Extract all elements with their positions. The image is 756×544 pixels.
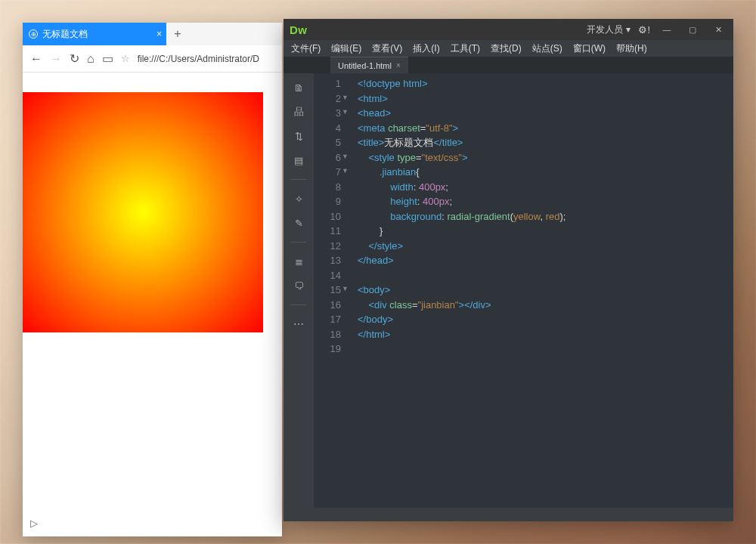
code-line[interactable]: </body>	[358, 312, 733, 327]
line-number: 11	[314, 224, 341, 239]
code-line[interactable]: <head>	[358, 106, 733, 121]
workspace-label: 开发人员	[587, 23, 623, 36]
code-line[interactable]: background: radial-gradient(yellow, red)…	[358, 209, 733, 224]
line-number: 19	[314, 342, 341, 357]
code-line[interactable]: <meta charset="utf-8">	[358, 121, 733, 136]
menu-item[interactable]: 查看(V)	[372, 42, 402, 55]
browser-tabstrip: ⊕ 无标题文档 × +	[23, 23, 282, 45]
close-icon[interactable]: ×	[396, 61, 401, 70]
menu-item[interactable]: 查找(D)	[491, 42, 522, 55]
code-line[interactable]: <title>无标题文档</title>	[358, 135, 733, 150]
page-icon[interactable]: ▤	[292, 153, 305, 167]
line-number: 3▼	[314, 106, 341, 121]
stack-icon[interactable]: ≣	[292, 255, 305, 268]
line-number: 17	[314, 312, 341, 327]
browser-window: ⊕ 无标题文档 × + ← → ↻ ⌂ ▭ ☆ file:///C:/Users…	[23, 23, 282, 536]
forward-button[interactable]: →	[50, 52, 62, 66]
gear-icon[interactable]: ⚙!	[638, 24, 650, 36]
document-tab[interactable]: Untitled-1.html ×	[330, 57, 408, 73]
line-number: 5	[314, 135, 341, 150]
dw-logo: Dw	[290, 23, 308, 36]
code-editor[interactable]: 12▼3▼456▼7▼89101112131415▼16171819 <!doc…	[314, 73, 733, 508]
menu-item[interactable]: 工具(T)	[451, 42, 480, 55]
dw-side-toolbar: 🗎 品 ⇅ ▤ ✧ ✎ ≣ 🗨 ⋯	[284, 73, 314, 508]
line-gutter: 12▼3▼456▼7▼89101112131415▼16171819	[314, 73, 347, 508]
menu-item[interactable]: 窗口(W)	[573, 42, 606, 55]
minimize-button[interactable]: —	[658, 25, 676, 34]
line-number: 18	[314, 327, 341, 342]
code-line[interactable]: width: 400px;	[358, 180, 733, 195]
browser-tab-active[interactable]: ⊕ 无标题文档 ×	[23, 23, 166, 45]
fold-icon[interactable]: ▼	[342, 284, 349, 295]
fold-icon[interactable]: ▼	[342, 93, 349, 104]
separator	[290, 179, 307, 180]
dw-titlebar: Dw 开发人员 ▾ ⚙! — ▢ ✕	[284, 19, 733, 40]
new-tab-button[interactable]: +	[166, 23, 189, 45]
fold-icon[interactable]: ▼	[342, 152, 349, 162]
line-number: 7▼	[314, 165, 341, 180]
separator	[290, 242, 307, 243]
code-line[interactable]: <!doctype html>	[358, 76, 733, 91]
comment-icon[interactable]: 🗨	[292, 279, 305, 292]
code-line[interactable]: <html>	[358, 91, 733, 107]
dw-document-tabs: Untitled-1.html ×	[284, 57, 733, 73]
dw-menubar: 文件(F)编辑(E)查看(V)插入(I)工具(T)查找(D)站点(S)窗口(W)…	[284, 40, 733, 57]
wand-icon[interactable]: ✧	[292, 192, 305, 206]
reload-button[interactable]: ↻	[70, 51, 79, 66]
fold-icon[interactable]: ▼	[342, 166, 349, 177]
dw-statusbar	[284, 508, 733, 521]
back-button[interactable]: ←	[30, 52, 42, 66]
browser-viewport: ▷	[23, 73, 282, 536]
reader-icon[interactable]: ▭	[102, 51, 113, 66]
home-button[interactable]: ⌂	[87, 52, 94, 66]
gear-badge: !	[647, 24, 650, 36]
code-line[interactable]: .jianbian{	[358, 165, 733, 180]
menu-item[interactable]: 文件(F)	[291, 42, 321, 55]
address-bar[interactable]: file:///C:/Users/Administrator/D	[138, 54, 274, 64]
browser-foot-glyph[interactable]: ▷	[30, 518, 38, 529]
code-line[interactable]: </head>	[358, 253, 733, 268]
workspace-dropdown[interactable]: 开发人员 ▾	[587, 23, 631, 36]
dw-body: 🗎 品 ⇅ ▤ ✧ ✎ ≣ 🗨 ⋯ 12▼3▼456▼7▼89101112131…	[284, 73, 733, 508]
code-line[interactable]: </style>	[358, 239, 733, 254]
menu-item[interactable]: 插入(I)	[413, 42, 439, 55]
path-icon[interactable]: ✎	[292, 216, 305, 230]
code-line[interactable]: <body>	[358, 283, 733, 298]
line-number: 2▼	[314, 91, 341, 107]
code-area[interactable]: <!doctype html><html><head><meta charset…	[347, 73, 733, 508]
line-number: 9	[314, 194, 341, 209]
adjust-icon[interactable]: ⇅	[292, 129, 305, 143]
star-icon[interactable]: ☆	[121, 53, 130, 64]
page-icon: ⊕	[29, 29, 38, 39]
chevron-down-icon: ▾	[626, 24, 631, 35]
dreamweaver-window: Dw 开发人员 ▾ ⚙! — ▢ ✕ 文件(F)编辑(E)查看(V)插入(I)工…	[284, 19, 733, 521]
fold-icon[interactable]: ▼	[342, 107, 349, 118]
hierarchy-icon[interactable]: 品	[292, 105, 305, 119]
line-number: 16	[314, 298, 341, 313]
more-icon[interactable]: ⋯	[292, 317, 305, 331]
close-icon[interactable]: ×	[156, 29, 162, 39]
line-number: 1	[314, 76, 341, 91]
line-number: 15▼	[314, 283, 341, 298]
menu-item[interactable]: 编辑(E)	[331, 42, 361, 55]
restore-button[interactable]: ▢	[683, 25, 702, 35]
line-number: 6▼	[314, 150, 341, 165]
code-line[interactable]: <div class="jianbian"></div>	[358, 298, 733, 313]
code-line[interactable]: }	[358, 224, 733, 239]
code-line[interactable]	[358, 342, 733, 357]
menu-item[interactable]: 帮助(H)	[616, 42, 647, 55]
line-number: 14	[314, 268, 341, 283]
close-button[interactable]: ✕	[709, 25, 727, 35]
code-line[interactable]	[358, 268, 733, 283]
code-line[interactable]: </html>	[358, 327, 733, 342]
document-tab-label: Untitled-1.html	[338, 61, 392, 70]
line-number: 8	[314, 180, 341, 195]
code-line[interactable]: height: 400px;	[358, 194, 733, 209]
line-number: 4	[314, 121, 341, 136]
code-line[interactable]: <style type="text/css">	[358, 150, 733, 165]
menu-item[interactable]: 站点(S)	[532, 42, 562, 55]
gradient-box	[23, 92, 263, 332]
line-number: 13	[314, 253, 341, 268]
browser-toolbar: ← → ↻ ⌂ ▭ ☆ file:///C:/Users/Administrat…	[23, 45, 282, 73]
file-icon[interactable]: 🗎	[292, 81, 305, 94]
